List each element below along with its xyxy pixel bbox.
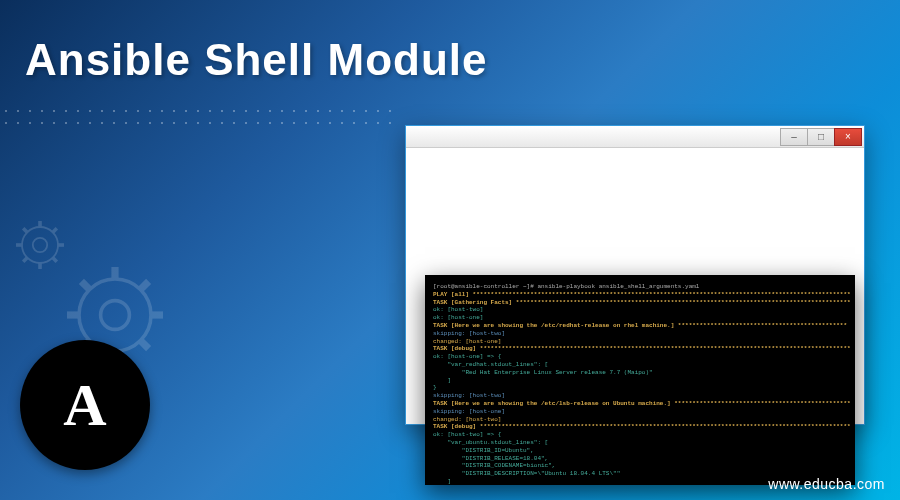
logo-badge: A — [20, 340, 150, 470]
terminal-line: "var_ubuntu.stdout_lines": [ — [433, 439, 847, 447]
terminal-line: "DISTRIB_RELEASE=18.04", — [433, 455, 847, 463]
svg-point-11 — [101, 301, 130, 330]
terminal-line: ] — [433, 377, 847, 385]
minimize-button[interactable]: – — [780, 128, 808, 146]
terminal-line: changed: [host-one] — [433, 338, 847, 346]
terminal-line: skipping: [host-one] — [433, 408, 847, 416]
logo-letter: A — [63, 371, 106, 440]
svg-line-9 — [23, 258, 27, 262]
dots-decoration — [0, 105, 400, 125]
terminal-line: "var_redhat.stdout_lines": [ — [433, 361, 847, 369]
svg-line-16 — [81, 281, 89, 289]
terminal-line: TASK [Here we are showing the /etc/lsb-r… — [433, 400, 847, 408]
svg-line-17 — [140, 340, 148, 348]
svg-line-8 — [53, 228, 57, 232]
svg-line-6 — [23, 228, 27, 232]
terminal-line: ok: [host-one] — [433, 314, 847, 322]
terminal-line: } — [433, 384, 847, 392]
window-controls: – □ × — [781, 128, 862, 146]
terminal-line: skipping: [host-two] — [433, 330, 847, 338]
terminal-line: [root@ansible-controller ~]# ansible-pla… — [433, 283, 847, 291]
terminal-line: PLAY [all] *****************************… — [433, 291, 847, 299]
terminal-line: ok: [host-two] — [433, 306, 847, 314]
window-titlebar: – □ × — [406, 126, 864, 148]
terminal-line: "DISTRIB_ID=Ubuntu", — [433, 447, 847, 455]
page-title: Ansible Shell Module — [25, 35, 488, 85]
terminal-line: "Red Hat Enterprise Linux Server release… — [433, 369, 847, 377]
terminal-line: TASK [debug] ***************************… — [433, 423, 847, 431]
terminal-line: ok: [host-two] => { — [433, 431, 847, 439]
watermark-text: www.educba.com — [768, 476, 885, 492]
maximize-button[interactable]: □ — [807, 128, 835, 146]
terminal-line: "DISTRIB_CODENAME=bionic", — [433, 462, 847, 470]
close-button[interactable]: × — [834, 128, 862, 146]
terminal-line: TASK [Here we are showing the /etc/redha… — [433, 322, 847, 330]
terminal-line: TASK [debug] ***************************… — [433, 345, 847, 353]
svg-point-1 — [33, 238, 47, 252]
svg-line-18 — [140, 281, 148, 289]
terminal-output: [root@ansible-controller ~]# ansible-pla… — [425, 275, 855, 485]
terminal-line: changed: [host-two] — [433, 416, 847, 424]
terminal-line: skipping: [host-two] — [433, 392, 847, 400]
terminal-line: TASK [Gathering Facts] *****************… — [433, 299, 847, 307]
terminal-line: ok: [host-one] => { — [433, 353, 847, 361]
